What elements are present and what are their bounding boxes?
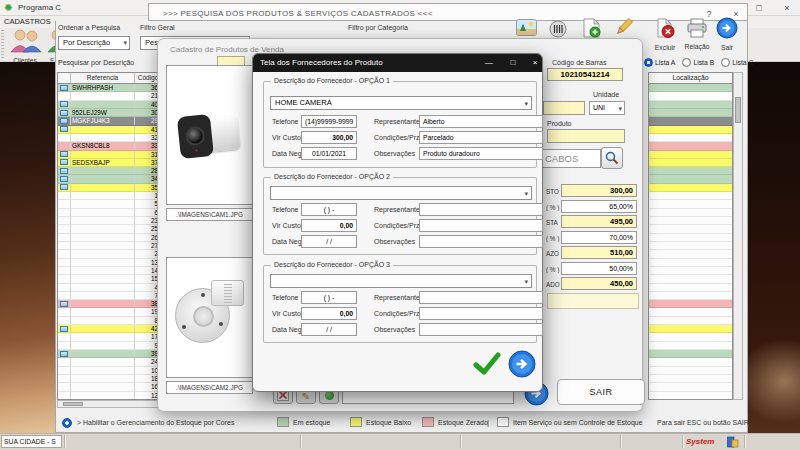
location-row[interactable]: [649, 101, 732, 109]
location-row[interactable]: [649, 117, 732, 125]
scrollbar-thumb[interactable]: [735, 97, 741, 123]
table-row[interactable]: 6: [58, 209, 161, 217]
table-row[interactable]: 2: [58, 250, 161, 258]
table-row[interactable]: 5: [58, 200, 161, 208]
radio-lista-b[interactable]: Lista B: [682, 58, 714, 67]
price-field[interactable]: 510,00: [561, 246, 637, 259]
location-row[interactable]: [649, 325, 732, 333]
table-row[interactable]: 25: [58, 225, 161, 233]
table-row[interactable]: 23: [58, 217, 161, 225]
fornecedor-combobox[interactable]: HOME CAMERA▾: [270, 96, 532, 110]
sair-toolbar-button[interactable]: Sair: [713, 17, 741, 51]
table-row[interactable]: 1: [58, 192, 161, 200]
location-row[interactable]: [649, 134, 732, 142]
location-row[interactable]: [649, 250, 732, 258]
table-row[interactable]: 39: [58, 350, 161, 358]
table-row[interactable]: 8: [58, 317, 161, 325]
table-row[interactable]: 10: [58, 367, 161, 375]
excluir-button[interactable]: Excluir: [650, 18, 680, 51]
location-row[interactable]: [649, 358, 732, 366]
table-row[interactable]: 12: [58, 392, 161, 400]
table-row[interactable]: 40: [58, 101, 161, 109]
vlr-custo-field[interactable]: 0,00: [301, 307, 357, 320]
data-neg-field[interactable]: 01/01/2021: [301, 147, 357, 160]
location-row[interactable]: [649, 284, 732, 292]
data-neg-field[interactable]: / /: [301, 323, 357, 336]
location-row[interactable]: [649, 167, 732, 175]
table-horizontal-scrollbar[interactable]: [57, 400, 162, 408]
data-neg-field[interactable]: / /: [301, 235, 357, 248]
location-row[interactable]: [649, 350, 732, 358]
table-row[interactable]: 16: [58, 383, 161, 391]
location-row[interactable]: [649, 209, 732, 217]
table-row[interactable]: 31: [58, 151, 161, 159]
location-row[interactable]: [649, 342, 732, 350]
table-row[interactable]: 15: [58, 275, 161, 283]
modal-confirm-button[interactable]: [473, 351, 501, 381]
table-row[interactable]: 24: [58, 358, 161, 366]
table-row[interactable]: 28: [58, 167, 161, 175]
location-row[interactable]: [649, 234, 732, 242]
table-row[interactable]: 32: [58, 134, 161, 142]
relacao-button[interactable]: Relação: [681, 18, 713, 50]
table-row[interactable]: 21: [58, 92, 161, 100]
tray-icon[interactable]: [727, 436, 739, 448]
telefone-field[interactable]: ( ) -: [301, 291, 357, 304]
vlr-custo-field[interactable]: 0,00: [301, 219, 357, 232]
location-row[interactable]: [649, 200, 732, 208]
location-row[interactable]: [649, 159, 732, 167]
location-row[interactable]: [649, 383, 732, 391]
table-row[interactable]: GKSN8CBL833: [58, 142, 161, 150]
observacoes-field[interactable]: [419, 323, 543, 336]
location-row[interactable]: [649, 292, 732, 300]
stock-colors-toggle[interactable]: [62, 418, 72, 428]
referencia-column-header[interactable]: Referencia: [71, 73, 135, 83]
table-row[interactable]: 18: [58, 375, 161, 383]
table-row[interactable]: SWHRHPASH36: [58, 84, 161, 92]
main-maximize-button[interactable]: □: [752, 2, 766, 14]
table-vertical-scrollbar[interactable]: [733, 72, 743, 400]
observacoes-field[interactable]: [419, 235, 543, 248]
location-row[interactable]: [649, 184, 732, 192]
price-field[interactable]: 65,00%: [561, 200, 637, 213]
price-field[interactable]: 300,00: [561, 184, 637, 197]
location-row[interactable]: [649, 300, 732, 308]
location-row[interactable]: [649, 333, 732, 341]
table-row[interactable]: 34: [58, 175, 161, 183]
location-row[interactable]: [649, 142, 732, 150]
ordenar-combobox[interactable]: Por Descrição ▾: [58, 36, 130, 50]
table-row[interactable]: 7: [58, 292, 161, 300]
location-row[interactable]: [649, 192, 732, 200]
location-row[interactable]: [649, 109, 732, 117]
price-field[interactable]: 70,00%: [561, 231, 637, 244]
fornecedor-combobox[interactable]: ▾: [270, 186, 532, 200]
location-row[interactable]: [649, 259, 732, 267]
price-field[interactable]: 495,00: [561, 215, 637, 228]
location-row[interactable]: [649, 84, 732, 92]
location-row[interactable]: [649, 92, 732, 100]
table-row[interactable]: 9: [58, 342, 161, 350]
table-row[interactable]: 26: [58, 234, 161, 242]
cadastro-sair-button[interactable]: SAIR: [557, 379, 645, 405]
location-row[interactable]: [649, 126, 732, 134]
localizacao-column-header[interactable]: Localização: [648, 72, 733, 84]
location-row[interactable]: [649, 267, 732, 275]
table-row[interactable]: MGKFJU4K329: [58, 117, 161, 125]
location-row[interactable]: [649, 308, 732, 316]
descricao-strip[interactable]: [547, 293, 639, 309]
radio-lista-c[interactable]: Lista C: [721, 58, 753, 67]
table-row[interactable]: 19: [58, 308, 161, 316]
location-row[interactable]: [649, 151, 732, 159]
table-row[interactable]: 41: [58, 126, 161, 134]
radio-lista-a[interactable]: Lista A: [644, 58, 675, 67]
telefone-field[interactable]: (14)99999-9999: [301, 115, 357, 128]
table-row[interactable]: 35: [58, 184, 161, 192]
representante-field[interactable]: [419, 291, 543, 304]
location-row[interactable]: [649, 317, 732, 325]
location-row[interactable]: [649, 275, 732, 283]
modal-next-button[interactable]: [508, 350, 536, 382]
table-row[interactable]: 13: [58, 259, 161, 267]
vlr-custo-field[interactable]: 300,00: [301, 131, 357, 144]
photo-button[interactable]: [516, 19, 537, 40]
location-row[interactable]: [649, 217, 732, 225]
